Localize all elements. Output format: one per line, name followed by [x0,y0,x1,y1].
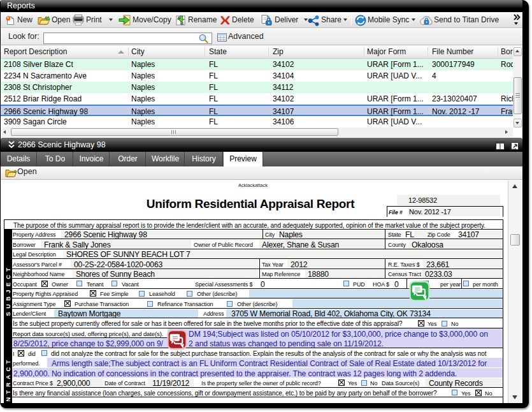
svg-text:SUBJECT: SUBJECT [4,265,11,316]
svg-text:CONTRACT: CONTRACT [4,357,11,403]
